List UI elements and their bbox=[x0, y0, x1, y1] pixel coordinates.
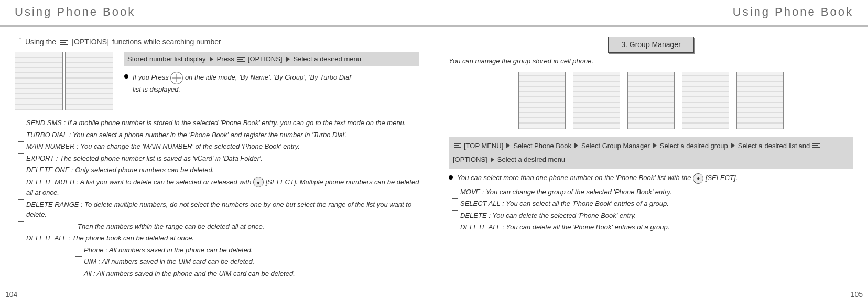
page-number: 104 bbox=[5, 289, 17, 300]
tree-item: DELETE ALL : The phone book can be delet… bbox=[15, 233, 419, 243]
item-text: DELETE ALL : You can delete all the 'Pho… bbox=[460, 222, 669, 232]
chevron-right-icon bbox=[491, 157, 494, 162]
right-page: Using Phone Book 3. Group Manager You ca… bbox=[434, 0, 868, 302]
banner-part: Select Phone Book bbox=[513, 140, 571, 152]
chevron-right-icon bbox=[731, 143, 735, 148]
section-subtitle: You can manage the group stored in cell … bbox=[449, 56, 853, 66]
chevron-right-icon bbox=[210, 57, 213, 62]
item-text: Phone : All numbers saved in the phone c… bbox=[84, 245, 253, 255]
tip-text: If you Press on the idle mode, 'By Name'… bbox=[133, 72, 352, 95]
select-key-icon: ● bbox=[253, 177, 264, 187]
item-text: TURBO DIAL : You can select a phone numb… bbox=[26, 130, 348, 140]
banner-part: Stored number list display bbox=[127, 54, 206, 64]
bullet-icon bbox=[124, 74, 128, 79]
options-tree: SEND SMS : If a mobile phone number is s… bbox=[15, 118, 419, 278]
tree-item: MAIN NUMBER : You can change the 'MAIN N… bbox=[15, 141, 419, 152]
banner-part: [OPTIONS] bbox=[248, 54, 283, 64]
item-text: SELECT ALL : You can select all the 'Pho… bbox=[460, 198, 669, 209]
item-text: MOVE : You can change the group of the s… bbox=[460, 187, 671, 197]
screenshot-thumb bbox=[682, 72, 729, 129]
subhead-options: [OPTIONS] bbox=[72, 37, 109, 48]
chevron-right-icon bbox=[574, 143, 578, 148]
banner-part: [TOP MENU] bbox=[464, 140, 503, 152]
select-key-icon: ● bbox=[693, 173, 703, 184]
delete-all-subtree: Phone : All numbers saved in the phone c… bbox=[72, 245, 419, 279]
banner-part: Select a desired group bbox=[660, 140, 728, 152]
bullet-note: You can select more than one phone numbe… bbox=[449, 173, 853, 184]
stored-row: Stored number list display Press [OPTION… bbox=[123, 52, 419, 94]
chevron-right-icon bbox=[506, 143, 510, 148]
options-icon bbox=[60, 40, 68, 45]
screenshot-thumb bbox=[736, 72, 784, 129]
subhead-text-2: functions while searching number bbox=[112, 37, 221, 48]
chevron-right-icon bbox=[653, 143, 657, 148]
tree-item: TURBO DIAL : You can select a phone numb… bbox=[15, 130, 419, 140]
nav-key-icon bbox=[170, 72, 183, 84]
tree-item: UIM : All numbers saved in the UIM card … bbox=[72, 256, 419, 267]
banner-block: Stored number list display Press [OPTION… bbox=[15, 52, 419, 110]
bullet-b: [SELECT]. bbox=[706, 174, 737, 182]
tree-item: DELETE ALL : You can delete all the 'Pho… bbox=[449, 222, 853, 232]
divider bbox=[434, 25, 868, 27]
page-spread: Using Phone Book 「 Using the [OPTIONS] f… bbox=[0, 0, 868, 302]
banner-part: Select a desired menu bbox=[294, 54, 361, 64]
page-number: 105 bbox=[851, 289, 863, 300]
tip-a: If you Press bbox=[133, 73, 169, 81]
bullet-icon bbox=[449, 175, 453, 180]
item-text: SEND SMS : If a mobile phone number is s… bbox=[26, 118, 406, 128]
item-text: All : All numbers saved in the phone and… bbox=[84, 269, 295, 279]
banner-part: Select Group Manager bbox=[581, 140, 650, 152]
tree-item: EXPORT : The selected phone number list … bbox=[15, 153, 419, 164]
subheading: 「 Using the [OPTIONS] functions while se… bbox=[15, 37, 419, 48]
tree-item: SEND SMS : If a mobile phone number is s… bbox=[15, 118, 419, 128]
item-text: UIM : All numbers saved in the UIM card … bbox=[84, 256, 254, 267]
screenshot-thumb bbox=[65, 52, 113, 110]
subhead-text-1: Using the bbox=[25, 37, 56, 48]
divider bbox=[0, 25, 434, 27]
item-text: Then the numbers within the range can be… bbox=[26, 221, 264, 232]
banner-part: Press bbox=[217, 54, 234, 64]
screenshot-thumb bbox=[627, 72, 675, 129]
item-text: DELETE MULTI : A list you want to delete… bbox=[26, 177, 419, 198]
page-header-right: Using Phone Book bbox=[449, 0, 853, 25]
screenshot-thumbs bbox=[449, 72, 853, 129]
section-title: 3. Group Manager bbox=[608, 37, 694, 53]
options-icon bbox=[812, 143, 820, 148]
item-text: DELETE : You can delete the selected 'Ph… bbox=[460, 210, 636, 221]
tree-item: MOVE : You can change the group of the s… bbox=[449, 187, 853, 197]
bullet-a: You can select more than one phone numbe… bbox=[457, 174, 691, 182]
instruction-banner: Stored number list display Press [OPTION… bbox=[124, 52, 419, 66]
tree-item: DELETE ONE : Only selected phone numbers… bbox=[15, 165, 419, 175]
banner-part: and bbox=[799, 140, 810, 152]
instruction-banner: [TOP MENU] Select Phone Book Select Grou… bbox=[449, 137, 853, 169]
options-icon bbox=[237, 57, 245, 62]
open-bracket: 「 bbox=[15, 37, 22, 48]
banner-part: Select a desired menu bbox=[497, 153, 565, 165]
item-text: DELETE RANGE : To delete multiple number… bbox=[26, 199, 419, 220]
screenshot-thumb bbox=[573, 72, 620, 129]
vertical-divider bbox=[120, 52, 120, 109]
tree-item: DELETE MULTI : A list you want to delete… bbox=[15, 177, 419, 198]
page-header-left: Using Phone Book bbox=[15, 0, 419, 25]
banner-part: Select a desired list bbox=[738, 140, 797, 152]
options-tree: MOVE : You can change the group of the s… bbox=[449, 187, 853, 232]
tip-row: If you Press on the idle mode, 'By Name'… bbox=[124, 72, 419, 95]
tip-c: list is displayed. bbox=[133, 85, 180, 93]
bullet-text: You can select more than one phone numbe… bbox=[457, 173, 737, 184]
tree-item: SELECT ALL : You can select all the 'Pho… bbox=[449, 198, 853, 209]
tree-item-continuation: Then the numbers within the range can be… bbox=[15, 221, 419, 232]
screenshot-thumb bbox=[518, 72, 566, 129]
del-multi-a: DELETE MULTI : A list you want to delete… bbox=[26, 178, 251, 186]
screenshot-thumbs bbox=[15, 52, 113, 110]
tree-item: Phone : All numbers saved in the phone c… bbox=[72, 245, 419, 255]
item-text: DELETE ONE : Only selected phone numbers… bbox=[26, 165, 214, 175]
screenshot-thumb bbox=[15, 52, 63, 110]
tree-item: All : All numbers saved in the phone and… bbox=[72, 269, 419, 279]
item-text: DELETE ALL : The phone book can be delet… bbox=[26, 233, 194, 243]
tip-b: on the idle mode, 'By Name', 'By Group',… bbox=[185, 73, 352, 81]
options-icon bbox=[454, 143, 461, 148]
item-text: EXPORT : The selected phone number list … bbox=[26, 153, 263, 164]
tree-item: DELETE RANGE : To delete multiple number… bbox=[15, 199, 419, 220]
item-text: MAIN NUMBER : You can change the 'MAIN N… bbox=[26, 141, 300, 152]
tree-item: DELETE : You can delete the selected 'Ph… bbox=[449, 210, 853, 221]
